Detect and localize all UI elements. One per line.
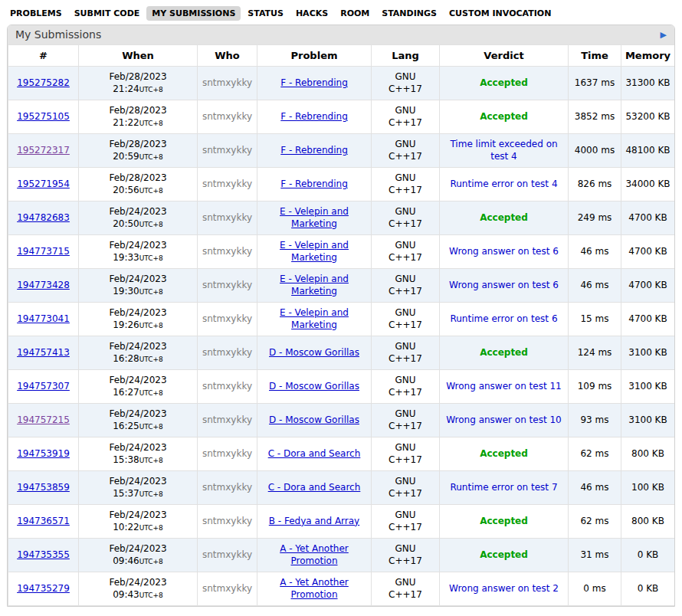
verdict-text[interactable]: Wrong answer on test 6 [449, 280, 559, 290]
problem-link[interactable]: E - Velepin and Marketing [280, 307, 349, 330]
verdict-text[interactable]: Wrong answer on test 2 [449, 583, 559, 594]
problem-link[interactable]: B - Fedya and Array [269, 516, 359, 526]
problem-link[interactable]: E - Velepin and Marketing [280, 206, 349, 229]
memory-consumed: 3100 KB [621, 336, 675, 370]
author-handle[interactable]: sntmxykky [202, 516, 252, 526]
table-row: 195275105Feb/28/202321:22UTC+8sntmxykkyF… [8, 100, 675, 134]
verdict-cell: Time limit exceeded on test 4 [440, 134, 569, 168]
submission-id-link[interactable]: 194773715 [17, 246, 70, 257]
verdict-text[interactable]: Time limit exceeded on test 4 [450, 139, 557, 162]
problem-link[interactable]: C - Dora and Search [268, 482, 361, 493]
verdict-text[interactable]: Runtime error on test 6 [450, 313, 557, 324]
nav-item-hacks[interactable]: HACKS [290, 6, 333, 21]
author-handle[interactable]: sntmxykky [202, 280, 252, 290]
author-handle[interactable]: sntmxykky [202, 381, 252, 392]
verdict-text[interactable]: Accepted [480, 516, 528, 526]
submission-id-link[interactable]: 194782683 [17, 212, 70, 223]
submission-author-cell: sntmxykky [198, 134, 257, 168]
submission-id-link[interactable]: 194757215 [17, 414, 70, 425]
timezone-label: UTC+8 [139, 591, 163, 599]
problem-link[interactable]: A - Yet Another Promotion [280, 577, 349, 600]
verdict-text[interactable]: Accepted [480, 549, 528, 560]
submission-author-cell: sntmxykky [198, 235, 257, 269]
submission-id-link[interactable]: 195275105 [17, 111, 70, 122]
author-handle[interactable]: sntmxykky [202, 111, 252, 122]
submission-id-link[interactable]: 194757413 [17, 347, 70, 358]
problem-link[interactable]: A - Yet Another Promotion [280, 543, 349, 566]
verdict-text[interactable]: Accepted [480, 77, 528, 88]
nav-item-standings[interactable]: STANDINGS [376, 6, 442, 21]
verdict-text[interactable]: Accepted [480, 111, 528, 122]
execution-time: 0 ms [569, 572, 621, 606]
problem-link[interactable]: E - Velepin and Marketing [280, 274, 349, 297]
submission-id-link[interactable]: 195275282 [17, 77, 70, 88]
problem-link[interactable]: F - Rebrending [280, 77, 348, 88]
nav-item-problems[interactable]: PROBLEMS [5, 6, 67, 21]
submission-author-cell: sntmxykky [198, 168, 257, 202]
verdict-text[interactable]: Wrong answer on test 10 [446, 414, 561, 425]
problem-link[interactable]: F - Rebrending [280, 179, 348, 189]
problem-link[interactable]: E - Velepin and Marketing [280, 240, 349, 263]
verdict-text[interactable]: Runtime error on test 7 [450, 482, 557, 493]
verdict-text[interactable]: Accepted [480, 347, 528, 358]
nav-item-status[interactable]: STATUS [242, 6, 289, 21]
author-handle[interactable]: sntmxykky [202, 549, 252, 560]
submission-date: Feb/28/2023 [82, 139, 194, 151]
submission-author-cell: sntmxykky [198, 539, 257, 572]
timezone-label: UTC+8 [139, 288, 163, 296]
problem-link[interactable]: F - Rebrending [280, 145, 348, 156]
submission-date: Feb/28/2023 [82, 71, 194, 84]
nav-item-submit-code[interactable]: SUBMIT CODE [69, 6, 146, 21]
submission-id-link[interactable]: 194735279 [17, 583, 70, 594]
nav-item-my-submissions[interactable]: MY SUBMISSIONS [146, 6, 241, 21]
author-handle[interactable]: sntmxykky [202, 414, 252, 425]
submission-author-cell: sntmxykky [198, 437, 257, 471]
submission-id-link[interactable]: 194735355 [17, 549, 70, 560]
verdict-text[interactable]: Wrong answer on test 11 [446, 381, 561, 392]
submission-date: Feb/24/2023 [82, 375, 194, 387]
language-label: GNU C++17 [387, 543, 424, 567]
submission-id-link[interactable]: 194753859 [17, 482, 70, 493]
author-handle[interactable]: sntmxykky [202, 583, 252, 594]
author-handle[interactable]: sntmxykky [202, 77, 252, 88]
author-handle[interactable]: sntmxykky [202, 347, 252, 358]
submission-id-link[interactable]: 194773428 [17, 280, 70, 290]
author-handle[interactable]: sntmxykky [202, 313, 252, 324]
problem-cell: B - Fedya and Array [257, 505, 372, 539]
submission-id-link[interactable]: 194736571 [17, 516, 70, 526]
timezone-label: UTC+8 [139, 524, 163, 532]
submission-when-cell: Feb/24/202310:22UTC+8 [79, 505, 198, 539]
column-header-problem: Problem [257, 45, 372, 67]
nav-item-custom-invocation[interactable]: CUSTOM INVOCATION [444, 6, 556, 21]
verdict-text[interactable]: Wrong answer on test 6 [449, 246, 559, 257]
problem-link[interactable]: F - Rebrending [280, 111, 348, 122]
submission-time-of-day: 19:33UTC+8 [82, 252, 194, 264]
submission-id-link[interactable]: 195271954 [17, 179, 70, 189]
author-handle[interactable]: sntmxykky [202, 212, 252, 223]
submission-id-link[interactable]: 194757307 [17, 381, 70, 392]
author-handle[interactable]: sntmxykky [202, 145, 252, 156]
author-handle[interactable]: sntmxykky [202, 482, 252, 493]
verdict-text[interactable]: Accepted [480, 448, 528, 459]
submission-author-cell: sntmxykky [198, 303, 257, 336]
table-row: 194735355Feb/24/202309:46UTC+8sntmxykkyA… [8, 539, 675, 572]
problem-link[interactable]: D - Moscow Gorillas [269, 381, 359, 392]
problem-link[interactable]: C - Dora and Search [268, 448, 361, 459]
author-handle[interactable]: sntmxykky [202, 179, 252, 189]
nav-item-room[interactable]: ROOM [335, 6, 375, 21]
submission-id-link[interactable]: 194753919 [17, 448, 70, 459]
expand-arrow-icon[interactable]: ▶ [661, 31, 667, 39]
author-handle[interactable]: sntmxykky [202, 448, 252, 459]
submission-id-cell: 194757307 [8, 370, 79, 404]
submission-id-link[interactable]: 195272317 [17, 145, 70, 156]
submission-id-link[interactable]: 194773041 [17, 313, 70, 324]
problem-cell: C - Dora and Search [257, 437, 372, 471]
verdict-text[interactable]: Accepted [480, 212, 528, 223]
memory-consumed: 3100 KB [621, 404, 675, 437]
submission-author-cell: sntmxykky [198, 370, 257, 404]
problem-link[interactable]: D - Moscow Gorillas [269, 414, 359, 425]
verdict-text[interactable]: Runtime error on test 4 [450, 179, 557, 189]
verdict-cell: Accepted [440, 437, 569, 471]
problem-link[interactable]: D - Moscow Gorillas [269, 347, 359, 358]
author-handle[interactable]: sntmxykky [202, 246, 252, 257]
